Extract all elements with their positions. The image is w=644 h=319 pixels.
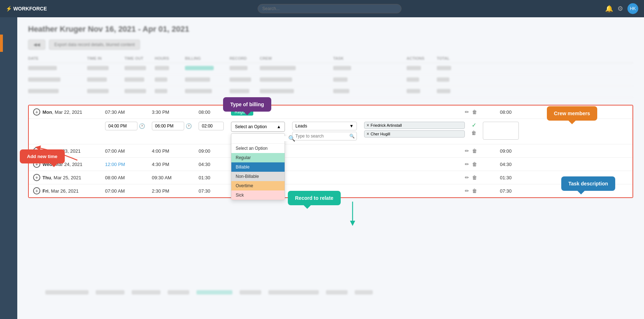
blur-text: [437, 77, 449, 82]
remove-crew-2-button[interactable]: ×: [367, 131, 369, 136]
dropdown-option-regular[interactable]: Regular: [231, 153, 285, 162]
dropdown-option-non-billable[interactable]: Non-Billable: [231, 172, 285, 181]
delete-icon-fri[interactable]: 🗑: [472, 188, 477, 194]
global-search-input[interactable]: [258, 4, 402, 13]
blur-text: [407, 66, 421, 70]
delete-icon-mon[interactable]: 🗑: [472, 109, 477, 115]
blurred-header-section: Heather Kruger Nov 16, 2021 - Apr 01, 20…: [17, 17, 644, 105]
time-in-clock-icon[interactable]: 🕐: [139, 123, 145, 129]
blur-text: [260, 66, 296, 70]
notification-icon[interactable]: 🔔: [605, 5, 613, 13]
tooltip-record-relate: Record to relate: [288, 191, 341, 205]
app-logo: ⚡ WORKFORCE: [6, 6, 47, 12]
blur-text: [260, 77, 292, 82]
actions-thu: ✏ 🗑: [465, 175, 483, 180]
billing-type-select[interactable]: Select an Option ▲: [231, 122, 285, 132]
delete-expanded-icon[interactable]: 🗑: [471, 130, 476, 136]
edit-icon-thu[interactable]: ✏: [465, 175, 469, 180]
col-header-total: TOTAL: [437, 56, 466, 60]
hours-fri: 07:30: [199, 188, 231, 194]
time-out-clock-icon[interactable]: 🕐: [186, 123, 192, 129]
col-header-timein: TIME IN: [87, 56, 123, 60]
crew-tag-2: × Cher Hugill: [364, 130, 465, 138]
dropdown-option-overtime[interactable]: Overtime: [231, 181, 285, 190]
blur-bottom-8: [326, 290, 348, 295]
table-row: + Mon, Mar 22, 2021 07:30 AM 3:30 PM 08:…: [29, 105, 632, 119]
delete-icon-thu[interactable]: 🗑: [472, 175, 477, 180]
col-header-hours: HOURS: [155, 56, 183, 60]
day-label-fri: Fri: [42, 188, 49, 194]
time-out-thu: 09:30 AM: [152, 175, 199, 180]
time-out-tue: 4:00 PM: [152, 148, 199, 154]
blur-text: [333, 66, 351, 70]
time-out-fri: 2:30 PM: [152, 188, 199, 194]
dropdown-search-input[interactable]: [234, 136, 288, 141]
remove-crew-1-button[interactable]: ×: [367, 123, 369, 128]
edit-icon-wed[interactable]: ✏: [465, 161, 469, 167]
dropdown-option-sick[interactable]: Sick: [231, 190, 285, 200]
time-in-input[interactable]: [105, 122, 137, 130]
blur-text: [333, 89, 349, 93]
hours-expanded: [199, 122, 231, 130]
blur-bottom-2: [96, 290, 124, 295]
left-sidebar: [0, 17, 17, 319]
date-label-thu: , Mar 25, 2021: [51, 175, 81, 180]
blur-bottom-7: [268, 290, 319, 295]
avatar[interactable]: HK: [627, 3, 638, 14]
add-time-button-thu[interactable]: +: [33, 174, 40, 181]
dropdown-option-default[interactable]: Select an Option: [231, 144, 285, 153]
add-time-button-mon[interactable]: +: [33, 108, 40, 116]
time-out-wed: 4:30 PM: [152, 162, 199, 167]
billing-dropdown-panel: 🔍 Select an Option Regular Billable Non-…: [231, 133, 285, 200]
time-table: + Mon, Mar 22, 2021 07:30 AM 3:30 PM 08:…: [28, 105, 633, 198]
blur-text: [437, 89, 450, 93]
blur-bottom-1: [45, 290, 89, 295]
page-title: Heather Kruger Nov 16, 2021 - Apr 01, 20…: [28, 24, 633, 34]
crew-tag-1: × Friedrick Artinstall: [364, 122, 465, 129]
table-row-thu: + Thu, Mar 25, 2021 08:00 AM 09:30 AM 01…: [29, 171, 632, 184]
blurred-row-3: [28, 86, 633, 98]
total-thu: 01:30: [483, 175, 512, 180]
blur-text: [124, 89, 146, 93]
actions-tue: ✏ 🗑: [465, 148, 483, 154]
task-description-input[interactable]: [483, 122, 519, 140]
hours-input[interactable]: [199, 122, 224, 130]
total-tue: 09:00: [483, 148, 512, 154]
date-label-mon: , Mar 22, 2021: [52, 109, 82, 115]
blur-bottom-9: [355, 290, 373, 295]
time-out-mon: 3:30 PM: [152, 109, 199, 115]
tooltip-add-new-time: Add new time: [20, 149, 65, 163]
time-out-input[interactable]: [152, 122, 184, 130]
dropdown-option-billable[interactable]: Billable: [231, 162, 285, 172]
total-wed: 04:30: [483, 162, 512, 167]
blur-text: [155, 66, 169, 70]
main-content: Heather Kruger Nov 16, 2021 - Apr 01, 20…: [17, 17, 644, 319]
blur-text: [230, 77, 251, 82]
edit-icon-tue[interactable]: ✏: [465, 148, 469, 154]
table-header-blurred: DATE TIME IN TIME OUT HOURS BILLING RECO…: [28, 54, 633, 63]
settings-icon[interactable]: ⚙: [617, 5, 623, 13]
delete-icon-wed[interactable]: 🗑: [472, 161, 477, 167]
blur-text: [407, 89, 420, 93]
edit-icon-mon[interactable]: ✏: [465, 109, 469, 115]
edit-icon-fri[interactable]: ✏: [465, 188, 469, 194]
blur-text: [185, 77, 210, 82]
tooltip-task-description: Task description: [561, 176, 615, 191]
time-in-tue: 07:00 AM: [105, 148, 152, 154]
billing-type-select-container: Select an Option ▲ 🔍 Select an Option Re…: [231, 122, 292, 132]
search-icon-small: 🔍: [349, 134, 355, 139]
add-time-button-fri[interactable]: +: [33, 187, 40, 194]
top-nav: ⚡ WORKFORCE 🔔 ⚙ HK: [0, 0, 644, 17]
delete-icon-tue[interactable]: 🗑: [472, 148, 477, 154]
blur-text: [333, 77, 348, 82]
dropdown-arrow-icon: ▼: [349, 123, 354, 129]
table-row-wed: + Wed, Mar 24, 2021 12:00 PM 4:30 PM 04:…: [29, 158, 632, 171]
date-cell-thu: + Thu, Mar 25, 2021: [33, 174, 105, 181]
tooltip-crew-members: Crew members: [547, 106, 597, 121]
leads-select[interactable]: Leads ▼: [292, 122, 357, 130]
col-header-record: RECORD: [230, 56, 258, 60]
blur-bottom-5: [196, 290, 232, 295]
save-icon[interactable]: ✓: [472, 122, 476, 129]
record-search-input[interactable]: [295, 134, 349, 139]
crew-member-2: Cher Hugill: [371, 132, 390, 136]
